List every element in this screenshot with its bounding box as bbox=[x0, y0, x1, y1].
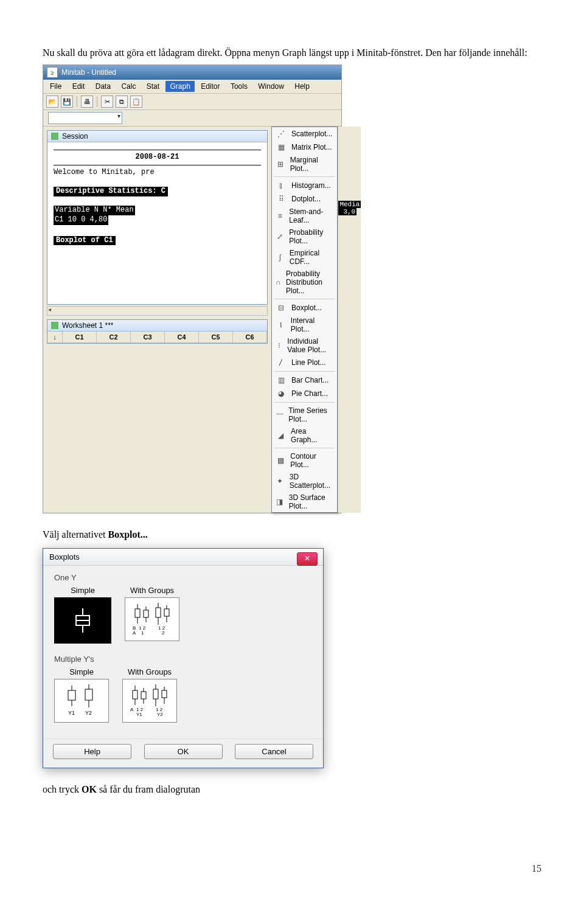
graph-dropdown[interactable]: ⋰Scatterplot...▦Matrix Plot...⊞Marginal … bbox=[271, 127, 338, 513]
col-c3: C3 bbox=[131, 332, 165, 343]
menu-item[interactable]: ◨3D Surface Plot... bbox=[272, 492, 337, 512]
save-icon[interactable]: 💾 bbox=[61, 96, 73, 108]
paste-icon[interactable]: 📋 bbox=[130, 96, 142, 108]
menu-item[interactable]: ▥Bar Chart... bbox=[272, 373, 337, 387]
menu-item[interactable]: ⁝Individual Value Plot... bbox=[272, 335, 337, 356]
dialog-titlebar: Boxplots ✕ bbox=[43, 549, 323, 566]
right-line: 3,0 bbox=[338, 208, 356, 215]
cancel-button[interactable]: Cancel bbox=[235, 744, 313, 759]
menu-item-icon: ⫿ bbox=[276, 181, 287, 190]
menu-item-label: Marginal Plot... bbox=[290, 156, 333, 173]
right-stub: Media 3,0 bbox=[338, 127, 361, 513]
menu-item-icon: ◕ bbox=[276, 389, 287, 398]
cut-icon[interactable]: ✂ bbox=[101, 96, 113, 108]
svg-rect-23 bbox=[68, 690, 75, 700]
intro-text: Nu skall du pröva att göra ett lådagram … bbox=[43, 46, 541, 60]
menu-item[interactable]: ∩Probability Distribution Plot... bbox=[272, 268, 337, 297]
worksheet-icon bbox=[51, 322, 58, 329]
menu-item-label: Dotplot... bbox=[291, 195, 321, 203]
scrollbar[interactable] bbox=[47, 306, 268, 316]
menu-item[interactable]: ∫Empirical CDF... bbox=[272, 247, 337, 268]
menu-item[interactable]: ▦Matrix Plot... bbox=[272, 141, 337, 154]
col-c4: C4 bbox=[165, 332, 199, 343]
menu-item-label: Interval Plot... bbox=[291, 316, 333, 333]
combo-box[interactable] bbox=[48, 112, 122, 124]
menu-item[interactable]: ▩Contour Plot... bbox=[272, 450, 337, 471]
svg-rect-40 bbox=[162, 690, 167, 698]
svg-text:A: A bbox=[130, 707, 134, 712]
menu-item-icon: ▦ bbox=[276, 142, 287, 152]
menu-item[interactable]: ⠿Dotplot... bbox=[272, 192, 337, 206]
ok-button[interactable]: OK bbox=[144, 744, 223, 759]
menu-item[interactable]: 〰Time Series Plot... bbox=[272, 405, 337, 425]
col-c5: C5 bbox=[199, 332, 233, 343]
menu-item-label: Line Plot... bbox=[291, 358, 326, 367]
col-c1: C1 bbox=[63, 332, 97, 343]
menu-item-label: 3D Surface Plot... bbox=[289, 493, 333, 510]
menu-item-icon: ◢ bbox=[276, 431, 286, 440]
menu-item[interactable]: ≡Stem-and-Leaf... bbox=[272, 206, 337, 226]
svg-rect-26 bbox=[85, 689, 92, 700]
menu-item[interactable]: ⋰Scatterplot... bbox=[272, 127, 337, 141]
window-title: Minitab - Untitled bbox=[61, 68, 116, 77]
menu-item-label: Scatterplot... bbox=[291, 130, 332, 138]
help-button[interactable]: Help bbox=[53, 744, 131, 759]
menu-item[interactable]: ✦3D Scatterplot... bbox=[272, 471, 337, 492]
menu-item-icon: ▥ bbox=[276, 375, 287, 385]
menu-item-icon: ∩ bbox=[276, 277, 281, 287]
menu-tools[interactable]: Tools bbox=[226, 81, 252, 92]
menu-file[interactable]: File bbox=[46, 81, 66, 92]
multiple-y-label: Multiple Y's bbox=[54, 655, 312, 664]
menu-editor[interactable]: Editor bbox=[196, 81, 224, 92]
one-y-simple[interactable] bbox=[54, 597, 111, 644]
svg-rect-8 bbox=[144, 610, 148, 617]
menu-calc[interactable]: Calc bbox=[117, 81, 140, 92]
menu-item-icon: 〳 bbox=[276, 358, 287, 367]
session-body: 2008-08-21 Welcome to Minitab, pre Descr… bbox=[47, 142, 267, 304]
menu-item-label: Time Series Plot... bbox=[288, 406, 332, 423]
menu-window[interactable]: Window bbox=[254, 81, 288, 92]
var-line: C1 10 0 4,80 bbox=[54, 215, 108, 225]
open-icon[interactable]: 📂 bbox=[46, 96, 58, 108]
multiple-y-simple[interactable]: Y1Y2 bbox=[54, 679, 109, 723]
boxplot-label: Boxplot of C1 bbox=[54, 236, 116, 246]
print-icon[interactable]: 🖶 bbox=[81, 96, 93, 108]
menu-item-icon: ✦ bbox=[276, 476, 285, 486]
svg-text:2: 2 bbox=[162, 630, 165, 636]
menu-item[interactable]: ◕Pie Chart... bbox=[272, 387, 337, 400]
welcome-line: Welcome to Minitab, pre bbox=[54, 168, 261, 178]
worksheet-grid[interactable]: ↓ C1 C2 C3 C4 C5 C6 bbox=[47, 332, 267, 343]
menu-item-icon: ◨ bbox=[276, 497, 284, 507]
menu-edit[interactable]: Edit bbox=[68, 81, 89, 92]
menu-item-label: Stem-and-Leaf... bbox=[289, 207, 332, 224]
menu-item-label: Contour Plot... bbox=[290, 452, 332, 469]
menu-item[interactable]: ⫿Histogram... bbox=[272, 179, 337, 192]
menu-data[interactable]: Data bbox=[91, 81, 115, 92]
menu-item[interactable]: 〳Line Plot... bbox=[272, 356, 337, 369]
close-icon[interactable]: ✕ bbox=[297, 552, 318, 566]
simple-label-2: Simple bbox=[54, 667, 109, 676]
menu-graph[interactable]: Graph bbox=[165, 81, 194, 92]
menu-help[interactable]: Help bbox=[290, 81, 314, 92]
simple-label: Simple bbox=[54, 586, 111, 595]
svg-rect-14 bbox=[164, 609, 169, 616]
menu-item-label: Probability Plot... bbox=[289, 228, 332, 245]
right-header: Media bbox=[338, 201, 361, 208]
multiple-y-with-groups[interactable]: A1 21 2 Y1Y2 bbox=[122, 679, 177, 723]
menu-item-label: Area Graph... bbox=[291, 427, 332, 444]
main-area: Session 2008-08-21 Welcome to Minitab, p… bbox=[43, 127, 341, 513]
minitab-screenshot: ≥ Minitab - Untitled File Edit Data Calc… bbox=[43, 64, 342, 513]
menu-item[interactable]: ◢Area Graph... bbox=[272, 425, 337, 446]
menu-item-icon: ⋰ bbox=[276, 129, 287, 139]
menu-item-label: Probability Distribution Plot... bbox=[286, 269, 332, 295]
menu-item-icon: ▩ bbox=[276, 456, 285, 465]
menu-item[interactable]: ⲒInterval Plot... bbox=[272, 314, 337, 335]
menu-stat[interactable]: Stat bbox=[142, 81, 164, 92]
menu-item[interactable]: ⊞Marginal Plot... bbox=[272, 154, 337, 175]
worksheet-window: Worksheet 1 *** ↓ C1 C2 C3 C4 C5 C6 bbox=[47, 319, 268, 344]
copy-icon[interactable]: ⧉ bbox=[116, 96, 128, 108]
one-y-with-groups[interactable]: BA 1 21 1 22 bbox=[125, 597, 179, 641]
menu-item[interactable]: ⊟Boxplot... bbox=[272, 301, 337, 314]
svg-text:1: 1 bbox=[141, 630, 144, 636]
menu-item[interactable]: ⤢Probability Plot... bbox=[272, 226, 337, 247]
